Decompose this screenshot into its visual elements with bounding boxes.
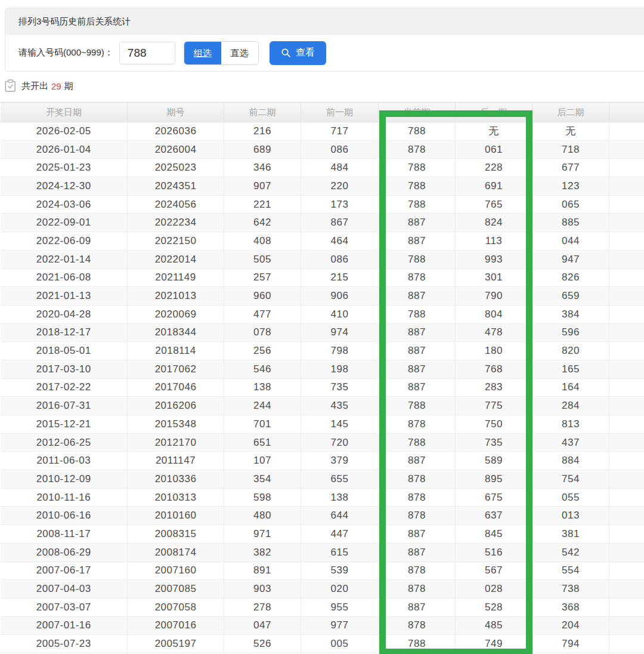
table-cell: 065: [532, 195, 609, 214]
table-cell: [609, 305, 644, 323]
table-cell: 878: [379, 269, 456, 287]
table-cell: 2007160: [128, 562, 224, 580]
table-cell: [609, 232, 644, 251]
table-row: 2018-05-012018114256798887180820: [1, 342, 644, 360]
table-cell: 824: [456, 214, 532, 232]
view-button[interactable]: 查看: [270, 41, 326, 65]
number-input[interactable]: [119, 42, 175, 64]
table-cell: 2010336: [128, 470, 224, 489]
table-cell: 2026004: [128, 140, 224, 159]
direct-select-button[interactable]: 直选: [221, 42, 258, 64]
table-cell: 2021013: [128, 287, 224, 306]
table-cell: 113: [456, 232, 532, 251]
table-cell: 878: [379, 580, 456, 599]
table-cell: 368: [532, 598, 609, 616]
table-cell: 2026-02-05: [1, 122, 128, 141]
table-body: 2026-02-052026036216717788无无2026-01-0420…: [1, 122, 644, 653]
table-cell: 2008174: [128, 543, 224, 562]
table-cell: 2022-01-14: [1, 250, 128, 269]
table-row: 2007-04-032007085903020878028738: [1, 580, 644, 599]
table-cell: 2021149: [128, 269, 224, 287]
table-cell: 301: [456, 269, 532, 287]
table-cell: [609, 397, 644, 415]
table-cell: 2017-03-10: [1, 360, 128, 378]
table-cell: 2017-02-22: [1, 378, 128, 397]
table-cell: 960: [224, 287, 301, 306]
table-cell: 735: [456, 433, 532, 452]
table-cell: 020: [301, 580, 379, 599]
group-select-button[interactable]: 组选: [184, 42, 221, 64]
table-cell: 382: [224, 543, 301, 562]
table-cell: 123: [532, 177, 609, 196]
table-cell: 735: [301, 378, 379, 397]
table-row: 2010-06-162010160480644878637013: [1, 507, 644, 525]
table-cell: 2017046: [128, 378, 224, 397]
table-cell: 384: [532, 305, 609, 323]
query-form: 请输入号码(000~999)： 组选 直选 查看: [5, 35, 644, 71]
table-cell: 2020-04-28: [1, 305, 128, 323]
table-cell: 2022234: [128, 214, 224, 232]
table-row: 2024-12-302024351907220788691123: [1, 177, 644, 196]
table-cell: 2026036: [128, 122, 224, 141]
table-cell: [609, 433, 644, 452]
table-cell: 107: [224, 452, 301, 470]
results-table: 开奖日期期号前二期前一期当前期后一期后二期 2026-02-0520260362…: [0, 102, 644, 653]
search-icon: [281, 48, 291, 58]
table-cell: 813: [532, 415, 609, 434]
table-row: 2007-01-162007016047977878485204: [1, 616, 644, 635]
query-panel: 排列3号码历史前后关系统计 请输入号码(000~999)： 组选 直选 查看: [5, 8, 644, 72]
table-cell: 754: [532, 470, 609, 489]
table-cell: 164: [532, 378, 609, 397]
table-cell: 974: [301, 323, 379, 342]
table-cell: 907: [224, 177, 301, 196]
table-row: 2024-03-062024056221173788765065: [1, 195, 644, 214]
table-cell: [609, 159, 644, 177]
table-cell: 180: [456, 342, 532, 360]
table-row: 2017-02-222017046138735887283164: [1, 378, 644, 397]
table-cell: 750: [456, 415, 532, 434]
table-cell: 542: [532, 543, 609, 562]
table-cell: 2011147: [128, 452, 224, 470]
column-header: 后一期: [456, 103, 532, 122]
table-cell: 804: [456, 305, 532, 323]
table-cell: 2007-01-16: [1, 616, 128, 635]
table-row: 2015-12-212015348701145878750813: [1, 415, 644, 434]
table-cell: 903: [224, 580, 301, 599]
table-cell: [609, 543, 644, 562]
table-cell: 2012170: [128, 433, 224, 452]
view-button-label: 查看: [296, 47, 315, 59]
table-cell: 878: [379, 470, 456, 489]
table-cell: 788: [379, 635, 456, 653]
table-cell: 005: [301, 635, 379, 653]
table-cell: 659: [532, 287, 609, 306]
table-cell: 2010160: [128, 507, 224, 525]
table-cell: 887: [379, 598, 456, 616]
table-row: 2020-04-282020069477410788804384: [1, 305, 644, 323]
table-cell: 381: [532, 525, 609, 544]
table-cell: 2008-06-29: [1, 543, 128, 562]
table-cell: 749: [456, 635, 532, 653]
table-cell: 435: [301, 397, 379, 415]
table-cell: 2018344: [128, 323, 224, 342]
table-cell: [609, 177, 644, 196]
table-cell: 2022-06-09: [1, 232, 128, 251]
table-cell: 478: [456, 323, 532, 342]
table-cell: 887: [379, 543, 456, 562]
table-cell: 528: [456, 598, 532, 616]
table-cell: 820: [532, 342, 609, 360]
clipboard-check-icon: [5, 79, 16, 92]
table-cell: 无: [532, 122, 609, 141]
table-cell: 720: [301, 433, 379, 452]
table-cell: 216: [224, 122, 301, 141]
table-cell: [609, 250, 644, 269]
table-cell: 539: [301, 562, 379, 580]
table-cell: 790: [456, 287, 532, 306]
table-cell: 047: [224, 616, 301, 635]
table-cell: 447: [301, 525, 379, 544]
table-cell: 887: [379, 232, 456, 251]
table-cell: 947: [532, 250, 609, 269]
table-cell: 788: [379, 195, 456, 214]
table-cell: 2021-01-13: [1, 287, 128, 306]
table-row: 2011-06-032011147107379887589884: [1, 452, 644, 470]
selection-mode-toggle: 组选 直选: [184, 41, 259, 65]
